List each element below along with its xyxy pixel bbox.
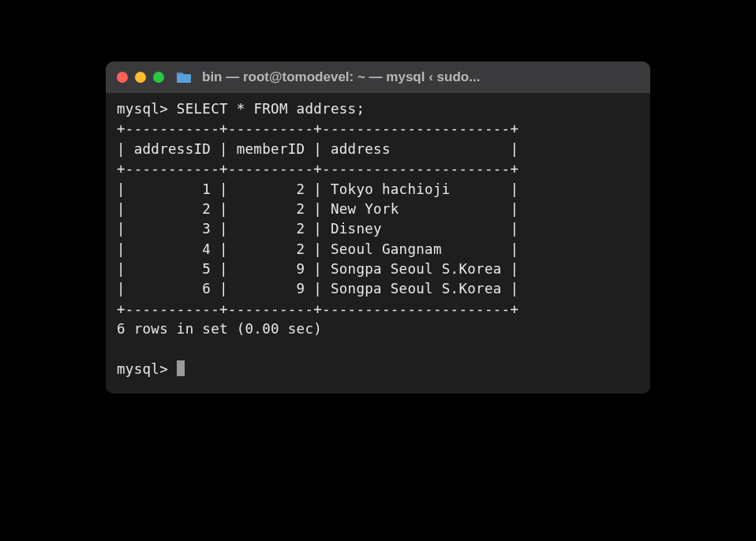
terminal-output: mysql> SELECT * FROM address; +---------… xyxy=(117,99,639,379)
table-border-mid: +-----------+----------+----------------… xyxy=(117,161,518,177)
prompt: mysql> xyxy=(117,361,168,377)
sql-query: SELECT * FROM address; xyxy=(177,101,365,117)
folder-icon xyxy=(176,71,192,84)
table-row: | 3 | 2 | Disney | xyxy=(117,221,518,237)
table-row: | 1 | 2 | Tokyo hachioji | xyxy=(117,181,518,197)
title-bar: bin — root@tomodevel: ~ — mysql ‹ sudo..… xyxy=(106,62,650,93)
terminal-body[interactable]: mysql> SELECT * FROM address; +---------… xyxy=(106,93,650,394)
table-row: | 5 | 9 | Songpa Seoul S.Korea | xyxy=(117,261,518,277)
window-title: bin — root@tomodevel: ~ — mysql ‹ sudo..… xyxy=(202,69,480,85)
table-row: | 2 | 2 | New York | xyxy=(117,201,518,217)
maximize-icon[interactable] xyxy=(153,72,164,83)
table-row: | 6 | 9 | Songpa Seoul S.Korea | xyxy=(117,281,518,297)
minimize-icon[interactable] xyxy=(135,72,146,83)
close-icon[interactable] xyxy=(117,72,128,83)
table-border-top: +-----------+----------+----------------… xyxy=(117,121,518,136)
cursor-icon xyxy=(177,360,185,376)
table-row: | 4 | 2 | Seoul Gangnam | xyxy=(117,241,518,257)
prompt: mysql> xyxy=(117,101,168,117)
table-border-bottom: +-----------+----------+----------------… xyxy=(117,301,518,317)
result-footer: 6 rows in set (0.00 sec) xyxy=(117,321,322,337)
table-header: | addressID | memberID | address | xyxy=(117,141,518,157)
terminal-window: bin — root@tomodevel: ~ — mysql ‹ sudo..… xyxy=(106,62,650,394)
